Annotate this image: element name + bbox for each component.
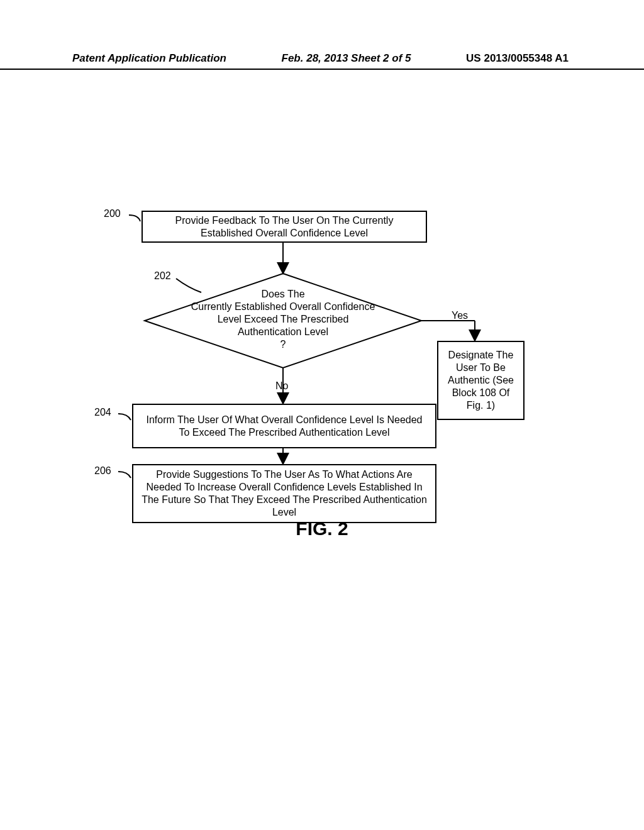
header-right: US 2013/0055348 A1: [466, 52, 569, 65]
ref-202: 202: [154, 270, 171, 282]
process-block-206: Provide Suggestions To The User As To Wh…: [132, 464, 436, 523]
block-text: Does The Currently Established Overall C…: [191, 289, 375, 350]
figure-label: FIG. 2: [0, 518, 644, 540]
decision-block-202: Does The Currently Established Overall C…: [164, 288, 402, 351]
ref-206: 206: [94, 465, 111, 477]
ref-204: 204: [94, 407, 111, 418]
header-left: Patent Application Publication: [72, 52, 226, 65]
block-text: Designate The User To Be Authentic (See …: [445, 349, 517, 412]
page-header: Patent Application Publication Feb. 28, …: [0, 52, 644, 70]
process-block-200: Provide Feedback To The User On The Curr…: [142, 211, 427, 243]
process-block-yes: Designate The User To Be Authentic (See …: [437, 341, 525, 420]
block-text: Provide Feedback To The User On The Curr…: [149, 214, 419, 240]
block-text: Provide Suggestions To The User As To Wh…: [140, 468, 429, 519]
edge-label-yes: Yes: [452, 310, 468, 321]
edge-label-no: No: [275, 380, 288, 392]
header-center: Feb. 28, 2013 Sheet 2 of 5: [282, 52, 411, 65]
block-text: Inform The User Of What Overall Confiden…: [140, 414, 429, 439]
process-block-204: Inform The User Of What Overall Confiden…: [132, 404, 436, 448]
flowchart: Provide Feedback To The User On The Curr…: [94, 208, 610, 547]
ref-200: 200: [104, 208, 121, 219]
